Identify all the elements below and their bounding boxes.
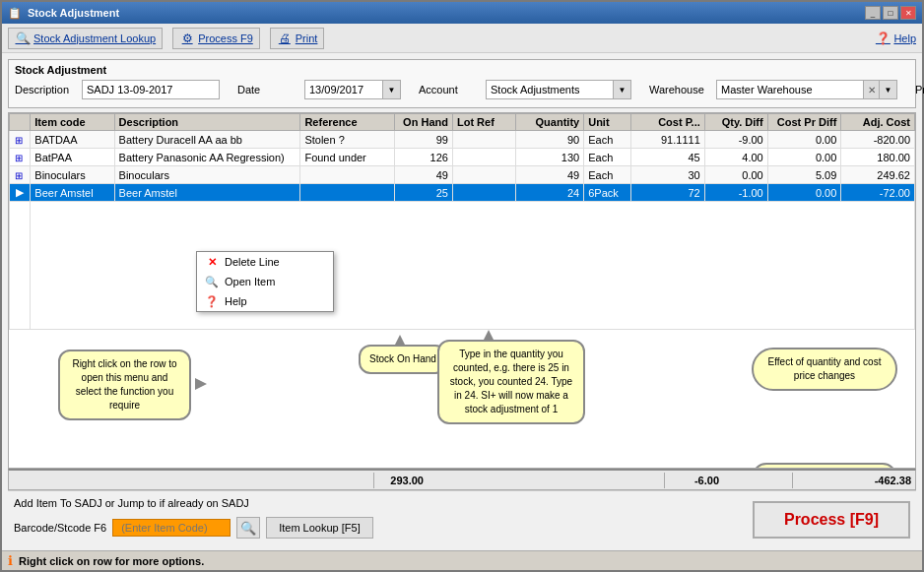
col-costprdiff: Cost Pr Diff [767,114,841,131]
cell-qty-3: 24 [515,184,583,202]
cell-qty-0: 90 [515,131,583,149]
cell-costp-0: 91.1111 [631,131,705,149]
cell-qtydiff-2: 0.00 [704,166,767,184]
process-icon: ⚙ [179,31,195,46]
table-row[interactable]: ⊞ BATDAA Battery Duracell AA aa bb Stole… [10,131,915,149]
cell-qty-1: 130 [515,149,583,166]
cell-qtydiff-3: -1.00 [704,184,767,202]
cell-itemcode-2: Binoculars [31,166,114,184]
total-adjcost: -462.38 [792,473,915,488]
cell-costp-2: 30 [631,166,705,184]
content-area: Stock Adjustment Description Date ▼ Acco… [2,53,922,550]
totals-row: 293.00 -6.00 -462.38 [8,469,916,490]
empty-row[interactable] [10,202,915,330]
date-input[interactable] [304,80,383,99]
callout-type-arrow [483,330,495,342]
warehouse-clear-btn[interactable]: ✕ [864,80,880,99]
bottom-area: Add Item To SADJ or Jump to if already o… [8,490,916,544]
main-window: 📋 Stock Adjustment _ □ ✕ 🔍 Stock Adjustm… [0,0,924,572]
callout-type-qty: Type in the quantity you counted, e.g. t… [437,340,585,424]
warehouse-label: Warehouse [649,84,708,95]
help-icon: ❓ [875,31,891,46]
bottom-row: Add Item To SADJ or Jump to if already o… [14,497,910,539]
callout-arrow-up [394,335,406,347]
col-check [10,114,31,131]
status-icon: ℹ [8,553,13,568]
account-input[interactable] [486,80,614,99]
callout-arrow [195,378,207,390]
cell-adjcost-2: 249.62 [841,166,915,184]
minimize-button[interactable]: _ [865,6,881,20]
process-button[interactable]: Process [F9] [753,501,910,539]
warehouse-dropdown-btn[interactable]: ▼ [880,80,897,99]
col-reference: Reference [300,114,395,131]
cell-desc-1: Battery Panasonic AA Regression) [114,149,300,166]
cell-onhand-3: 25 [395,184,453,202]
cell-adjcost-1: 180.00 [841,149,915,166]
cell-costp-3: 72 [631,184,705,202]
print-icon: 🖨 [277,31,293,46]
account-dropdown-btn[interactable]: ▼ [614,80,631,99]
cell-lotref-2 [452,166,515,184]
cell-ref-3 [300,184,395,202]
toolbar: 🔍 Stock Adjustment Lookup ⚙ Process F9 🖨… [2,24,922,53]
window-icon: 📋 [8,7,22,20]
row-expand-1[interactable]: ⊞ [10,149,31,166]
status-bar: ℹ Right click on row for more options. [2,550,922,570]
enter-input[interactable] [112,519,231,537]
cell-adjcost-3: -72.00 [841,184,915,202]
warehouse-wrapper: ✕ ▼ [716,80,897,99]
print-button[interactable]: 🖨 Print [270,28,325,49]
table-area: Item code Description Reference On Hand … [8,112,916,490]
date-dropdown-btn[interactable]: ▼ [383,80,401,99]
description-input[interactable] [82,80,220,99]
col-itemcode: Item code [31,114,114,131]
callout-right-click: Right click on the row to open this menu… [58,350,191,420]
cell-itemcode-3: Beer Amstel [31,184,114,202]
context-menu-delete[interactable]: ✕ Delete Line [197,252,333,272]
process-toolbar-button[interactable]: ⚙ Process F9 [172,28,260,49]
cell-costprdiff-2: 5.09 [767,166,841,184]
table-row[interactable]: ⊞ BatPAA Battery Panasonic AA Regression… [10,149,915,166]
warehouse-input[interactable] [716,80,864,99]
help-item-label: Help [225,295,247,307]
bottom-left: Add Item To SADJ or Jump to if already o… [14,497,743,539]
col-quantity: Quantity [515,114,583,131]
maximize-button[interactable]: □ [883,6,898,20]
table-row[interactable]: ⊞ Binoculars Binoculars 49 49 Each 30 0.… [10,166,915,184]
cell-desc-3: Beer Amstel [114,184,300,202]
table-row[interactable]: ▶ Beer Amstel Beer Amstel 25 24 6Pack 72… [10,184,915,202]
col-description: Description [114,114,300,131]
title-bar-controls: _ □ ✕ [865,6,916,20]
delete-icon: ✕ [205,255,219,269]
open-item-icon: 🔍 [205,275,219,288]
row-expand-0[interactable]: ⊞ [10,131,31,149]
col-adjcost: Adj. Cost [841,114,915,131]
lookup-button[interactable]: 🔍 Stock Adjustment Lookup [8,28,163,49]
row-expand-2[interactable]: ⊞ [10,166,31,184]
total-qtydiff: -6.00 [664,473,723,488]
open-item-label: Open Item [225,276,275,287]
help-button[interactable]: ❓ Help [875,31,916,46]
main-table: Item code Description Reference On Hand … [9,113,915,330]
cell-ref-1: Found under [300,149,395,166]
context-menu-open[interactable]: 🔍 Open Item [197,272,333,291]
help-item-icon: ❓ [205,294,219,308]
context-menu-help[interactable]: ❓ Help [197,291,333,311]
callout-total: Total adjustment cost [752,463,897,469]
cell-costprdiff-0: 0.00 [767,131,841,149]
cell-itemcode-1: BatPAA [31,149,114,166]
project-label: Project [915,84,924,95]
cell-desc-2: Binoculars [114,166,300,184]
cell-costprdiff-1: 0.00 [767,149,841,166]
search-icon: 🔍 [240,521,256,536]
close-button[interactable]: ✕ [900,6,916,20]
cell-unit-3: 6Pack [584,184,631,202]
col-lotref: Lot Ref [452,114,515,131]
account-label: Account [419,84,478,95]
search-button[interactable]: 🔍 [236,517,260,539]
date-label: Date [237,84,297,95]
cell-ref-0: Stolen ? [300,131,395,149]
title-bar: 📋 Stock Adjustment _ □ ✕ [2,2,922,24]
lookup-btn[interactable]: Item Lookup [F5] [266,517,373,539]
